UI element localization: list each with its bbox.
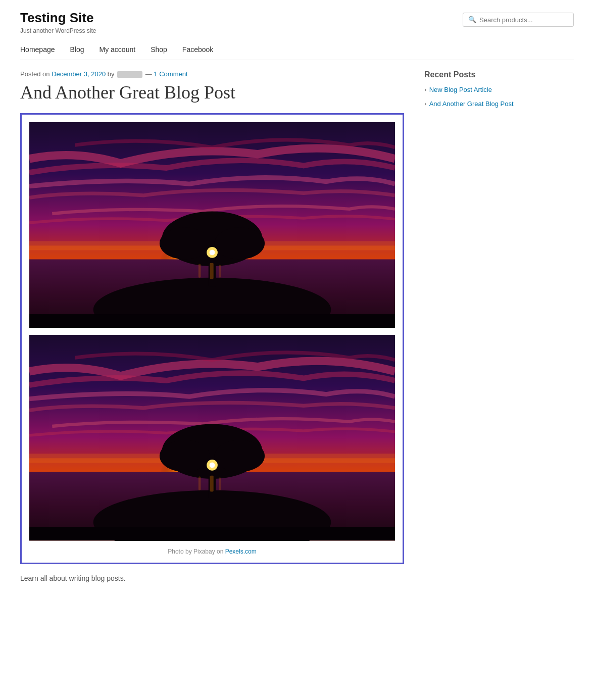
by-label: by — [108, 70, 116, 78]
site-tagline: Just another WordPress site — [20, 27, 96, 34]
svg-point-27 — [210, 463, 215, 468]
article-area: Posted on December 3, 2020 by — 1 Commen… — [20, 70, 404, 582]
nav-blog[interactable]: Blog — [70, 45, 84, 54]
svg-point-25 — [215, 440, 265, 472]
photo-credit: Photo by Pixabay on Pexels.com — [29, 548, 395, 555]
svg-point-8 — [160, 227, 210, 259]
search-icon: 🔍 — [468, 16, 476, 24]
nav-homepage[interactable]: Homepage — [20, 45, 55, 54]
post-author — [117, 71, 142, 78]
svg-rect-12 — [199, 264, 201, 278]
nav-facebook[interactable]: Facebook — [182, 45, 213, 54]
svg-rect-31 — [29, 527, 395, 540]
nav-myaccount[interactable]: My account — [100, 45, 136, 54]
sidebar: Recent Posts › New Blog Post Article › A… — [424, 70, 525, 582]
post-meta: Posted on December 3, 2020 by — 1 Commen… — [20, 70, 404, 78]
bullet-icon-2: › — [424, 100, 427, 108]
svg-point-9 — [215, 227, 265, 259]
posted-on-label: Posted on — [20, 70, 50, 78]
svg-rect-28 — [199, 477, 201, 490]
recent-posts-title: Recent Posts — [424, 70, 525, 79]
site-header: Testing Site Just another WordPress site… — [0, 0, 594, 34]
recent-post-link-2[interactable]: And Another Great Blog Post — [429, 99, 514, 109]
bullet-icon-1: › — [424, 86, 427, 94]
comment-count[interactable]: 1 Comment — [154, 70, 187, 78]
svg-rect-13 — [210, 263, 213, 279]
post-title: And Another Great Blog Post — [20, 82, 404, 103]
recent-post-link-1[interactable]: New Blog Post Article — [429, 85, 492, 94]
photo-credit-text: Photo by Pixabay on — [168, 548, 225, 555]
nav-shop[interactable]: Shop — [151, 45, 167, 54]
post-image-2 — [29, 335, 395, 540]
nav-divider — [20, 60, 574, 60]
post-content-block: Photo by Pixabay on Pexels.com — [20, 113, 404, 564]
svg-point-24 — [160, 440, 210, 472]
recent-post-item-2: › And Another Great Blog Post — [424, 99, 525, 109]
svg-rect-15 — [29, 314, 395, 328]
svg-rect-14 — [219, 265, 221, 277]
post-excerpt: Learn all about writing blog posts. — [20, 574, 404, 582]
pexels-link[interactable]: Pexels.com — [225, 548, 257, 555]
site-branding: Testing Site Just another WordPress site — [20, 10, 96, 34]
search-box[interactable]: 🔍 — [463, 13, 574, 27]
svg-point-11 — [210, 250, 215, 256]
post-date[interactable]: December 3, 2020 — [52, 70, 106, 78]
svg-rect-30 — [219, 478, 221, 490]
site-title: Testing Site — [20, 10, 96, 26]
search-input[interactable] — [479, 16, 568, 24]
main-content: Posted on December 3, 2020 by — 1 Commen… — [0, 70, 594, 582]
svg-rect-29 — [210, 476, 213, 492]
post-image-1 — [29, 122, 395, 328]
recent-post-item-1: › New Blog Post Article — [424, 85, 525, 94]
comment-link: — — [145, 70, 154, 78]
main-nav: Homepage Blog My account Shop Facebook — [0, 39, 594, 60]
